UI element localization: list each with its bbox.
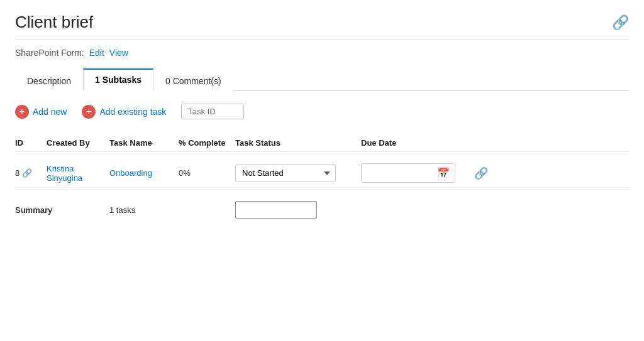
cell-task-name: Onboarding xyxy=(109,168,179,178)
cell-percent-complete: 0% xyxy=(179,168,235,178)
sharepoint-edit-link[interactable]: Edit xyxy=(89,48,104,58)
row-link-icon[interactable]: 🔗 xyxy=(22,168,32,178)
sharepoint-label: SharePoint Form: xyxy=(15,48,84,58)
row-id-value: 8 xyxy=(15,168,19,178)
due-date-input[interactable] xyxy=(367,168,437,178)
page-title: Client brief xyxy=(15,13,93,32)
col-header-created-by: Created By xyxy=(47,138,109,148)
add-existing-task-button[interactable]: + Add existing task xyxy=(82,105,166,119)
add-new-button[interactable]: + Add new xyxy=(15,105,67,119)
add-existing-plus-icon: + xyxy=(82,105,96,119)
actions-row: + Add new + Add existing task xyxy=(15,104,629,119)
col-header-task-name: Task Name xyxy=(109,138,179,148)
add-new-label: Add new xyxy=(33,107,67,117)
col-header-due-date: Due Date xyxy=(361,138,474,148)
cell-row-actions: 🔗 xyxy=(474,166,506,180)
tab-subtasks[interactable]: 1 Subtasks xyxy=(83,68,153,91)
cell-id: 8 🔗 xyxy=(15,168,47,178)
table-header: ID Created By Task Name % Complete Task … xyxy=(15,134,629,152)
cell-task-status: Not Started In Progress Completed Deferr… xyxy=(235,164,361,182)
summary-count: 1 tasks xyxy=(109,205,179,215)
tabs-row: Description 1 Subtasks 0 Comment(s) xyxy=(15,68,629,91)
page-header: Client brief 🔗 xyxy=(15,13,629,40)
sharepoint-row: SharePoint Form: Edit View xyxy=(15,48,629,58)
col-header-task-status: Task Status xyxy=(235,138,361,148)
add-existing-label: Add existing task xyxy=(99,107,166,117)
sharepoint-view-link[interactable]: View xyxy=(109,48,128,58)
calendar-icon[interactable]: 📅 xyxy=(437,167,450,179)
due-date-input-wrapper: 📅 xyxy=(361,163,455,183)
col-header-actions xyxy=(474,138,506,148)
task-name-link[interactable]: Onboarding xyxy=(109,168,152,178)
cell-created-by: Kristina Sinyugina xyxy=(47,164,109,183)
col-header-percent-complete: % Complete xyxy=(179,138,235,148)
task-table: ID Created By Task Name % Complete Task … xyxy=(15,134,629,225)
tab-comments[interactable]: 0 Comment(s) xyxy=(153,70,233,91)
task-id-input[interactable] xyxy=(181,104,244,119)
summary-box xyxy=(235,201,317,219)
cell-due-date: 📅 xyxy=(361,163,474,183)
tab-description[interactable]: Description xyxy=(15,70,83,91)
link-icon[interactable]: 🔗 xyxy=(612,14,629,31)
status-select[interactable]: Not Started In Progress Completed Deferr… xyxy=(235,164,336,182)
add-new-plus-icon: + xyxy=(15,105,29,119)
col-header-id: ID xyxy=(15,138,47,148)
created-by-link[interactable]: Kristina Sinyugina xyxy=(47,164,82,183)
table-row: 8 🔗 Kristina Sinyugina Onboarding 0% Not… xyxy=(15,157,629,190)
summary-row: Summary 1 tasks xyxy=(15,195,629,225)
unlink-icon[interactable]: 🔗 xyxy=(474,167,488,180)
summary-label: Summary xyxy=(15,205,109,215)
